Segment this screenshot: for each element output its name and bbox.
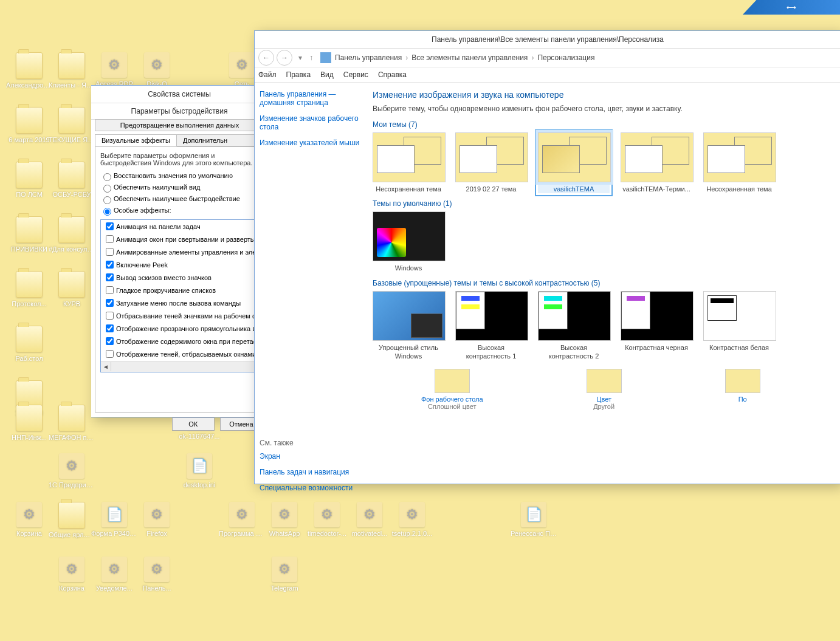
- effect-checkbox[interactable]: [106, 350, 114, 358]
- radio-restore-defaults[interactable]: Восстановить значения по умолчанию: [100, 171, 258, 181]
- theme-item[interactable]: Высокая контрастность 2: [538, 291, 610, 361]
- sidebar-taskbar[interactable]: Панель задач и навигация: [260, 468, 363, 476]
- bottom-setting[interactable]: ЦветДругой: [587, 369, 622, 410]
- menu-item[interactable]: Справка: [378, 70, 407, 79]
- effect-checkbox[interactable]: [106, 312, 114, 320]
- desktop-icon[interactable]: Протокол...: [6, 271, 52, 308]
- sidebar-accessibility[interactable]: Специальные возможности: [260, 484, 363, 492]
- nav-back-icon[interactable]: ←: [258, 50, 274, 66]
- visual-effects-list[interactable]: Анимация на панели задачАнимация окон пр…: [100, 219, 258, 372]
- effect-checkbox[interactable]: [106, 324, 114, 332]
- setting-hint: Другой: [587, 403, 622, 410]
- desktop-icon[interactable]: ⚙Корзина: [6, 502, 52, 538]
- nav-recent-icon[interactable]: ▾: [298, 53, 302, 62]
- tab-visual-effects[interactable]: Визуальные эффекты: [95, 134, 177, 146]
- desktop-icon[interactable]: ⚙motivatecl...: [346, 502, 393, 538]
- desktop-icon[interactable]: Александров Сергей: [6, 52, 52, 89]
- tab-advanced[interactable]: Дополнительн: [176, 134, 264, 146]
- theme-item[interactable]: Windows: [373, 211, 444, 272]
- setting-link[interactable]: По: [725, 396, 760, 403]
- effect-checkbox-row[interactable]: Отображение теней, отбрасываемых окнами: [101, 348, 258, 360]
- sidebar-desktop-icons[interactable]: Изменение значков рабочего стола: [260, 114, 363, 131]
- radio-best-performance[interactable]: Обеспечить наилучшее быстродействие: [100, 194, 258, 204]
- desktop-icon[interactable]: КУРВ: [49, 271, 95, 308]
- effect-checkbox-row[interactable]: Вывод эскизов вместо значков: [101, 271, 258, 284]
- scroll-left-icon[interactable]: ◄: [101, 362, 111, 371]
- theme-item[interactable]: vasilichTEMA-Терми...: [621, 132, 692, 193]
- bottom-setting[interactable]: Фон рабочего столаСплошной цвет: [421, 369, 483, 410]
- theme-item[interactable]: Контрастная черная: [621, 291, 692, 361]
- desktop-icon[interactable]: ⚙Уведомле...: [91, 557, 137, 592]
- effect-checkbox-row[interactable]: Отбрасывание теней значками на рабочем с…: [101, 309, 258, 322]
- desktop-icon[interactable]: ⚙Программа подготовк...: [219, 502, 265, 538]
- desktop-icon[interactable]: ⚙Telegram: [261, 557, 308, 592]
- tab-dep[interactable]: Предотвращение выполнения данных: [95, 119, 264, 131]
- effect-checkbox[interactable]: [106, 222, 114, 230]
- theme-item[interactable]: Несохраненная тема: [703, 132, 775, 193]
- theme-item[interactable]: Высокая контрастность 1: [455, 291, 527, 361]
- theme-item[interactable]: 2019 02 27 тема: [455, 132, 527, 193]
- theme-preview: [373, 291, 446, 341]
- menu-item[interactable]: Сервис: [343, 70, 368, 79]
- desktop-icon[interactable]: ТЕКУЩИЕ Ярлык: [49, 107, 95, 144]
- desktop-icon[interactable]: ⚙Firefox: [134, 502, 180, 538]
- effect-checkbox[interactable]: [106, 248, 114, 256]
- desktop-icon[interactable]: МЕГАФОН предложе...: [49, 405, 95, 442]
- ok-button[interactable]: ОК: [172, 417, 215, 431]
- effect-checkbox[interactable]: [106, 261, 114, 269]
- desktop-icon[interactable]: Общие ярлыки: [49, 502, 95, 539]
- effect-checkbox-row[interactable]: Анимация на панели задач: [101, 220, 258, 233]
- effect-checkbox[interactable]: [106, 299, 114, 307]
- menu-item[interactable]: Файл: [258, 70, 277, 79]
- theme-item[interactable]: vasilichTEMA: [538, 132, 610, 193]
- desktop-icon[interactable]: ⚙timedoctor-...: [304, 502, 350, 538]
- desktop-icon[interactable]: ПРИВИВКИ: [6, 216, 52, 253]
- sidebar-display[interactable]: Экран: [260, 452, 363, 461]
- desktop-icon[interactable]: ⚙Панель...: [134, 557, 180, 592]
- effect-checkbox[interactable]: [106, 286, 114, 294]
- effect-checkbox-row[interactable]: Гладкое прокручивание списков: [101, 284, 258, 297]
- effect-checkbox-row[interactable]: Отображение прозрачного прямоугольника в…: [101, 322, 258, 335]
- desktop-icon[interactable]: ⚙WhatsApp: [261, 502, 308, 538]
- desktop-icon[interactable]: 📄desktop.ini: [176, 453, 222, 489]
- menu-item[interactable]: Правка: [286, 70, 311, 79]
- setting-link[interactable]: Фон рабочего стола: [421, 396, 483, 403]
- effect-checkbox-row[interactable]: Включение Peek: [101, 258, 258, 271]
- desktop-icon[interactable]: 6 марта 2019: [6, 107, 52, 144]
- effect-checkbox[interactable]: [106, 273, 114, 281]
- effect-checkbox-row[interactable]: Затухание меню после вызова команды: [101, 297, 258, 309]
- desktop-icon[interactable]: 📄Ренессанс Претензия...: [511, 502, 557, 538]
- desktop-icon[interactable]: ПО ЛСМ: [6, 162, 52, 199]
- nav-forward-icon[interactable]: →: [277, 50, 292, 66]
- desktop-icon[interactable]: ОСБУ-РСБУ: [49, 162, 95, 199]
- sidebar-home[interactable]: Панель управления — домашняя страница: [260, 90, 363, 107]
- horizontal-scrollbar[interactable]: ◄: [101, 362, 258, 372]
- radio-best-appearance[interactable]: Обеспечить наилучший вид: [100, 183, 258, 193]
- menu-item[interactable]: Вид: [320, 70, 334, 79]
- desktop-icon[interactable]: ННП-Инж...: [6, 405, 52, 442]
- desktop-icon[interactable]: Клиенты - Ярлык: [49, 52, 95, 89]
- nav-up-icon[interactable]: ↑: [309, 53, 313, 62]
- bottom-setting[interactable]: По: [725, 369, 760, 410]
- desktop-icon[interactable]: ⚙1С Предприя...: [49, 453, 95, 489]
- breadcrumb[interactable]: Панель управления›Все элементы панели уп…: [335, 53, 594, 62]
- desktop-icon[interactable]: ⚙tsetup.2.1.0...: [389, 502, 435, 538]
- desktop-icon[interactable]: Раб.стол: [6, 326, 52, 363]
- effect-checkbox-row[interactable]: Анимированные элементы управления и элем…: [101, 245, 258, 258]
- theme-item[interactable]: Несохраненная тема: [373, 132, 444, 193]
- performance-options-window: Свойства системы Параметры быстродействи…: [91, 85, 268, 417]
- setting-link[interactable]: Цвет: [587, 396, 622, 403]
- effect-checkbox[interactable]: [106, 337, 114, 345]
- effect-checkbox-row[interactable]: Отображение содержимого окна при перетас…: [101, 335, 258, 348]
- desktop-icon[interactable]: ⚙Корзина: [49, 557, 95, 592]
- radio-custom[interactable]: Особые эффекты:: [100, 206, 258, 216]
- desktop-icon[interactable]: 📄Форма Р34001.pdf: [91, 502, 137, 538]
- desktop-icon[interactable]: ⚙Disk-O: [134, 52, 180, 88]
- desktop-icon[interactable]: #Для консульта...: [49, 216, 95, 253]
- theme-item[interactable]: Упрощенный стиль Windows: [373, 291, 444, 361]
- effect-checkbox-row[interactable]: Анимация окон при свертывании и разверты…: [101, 233, 258, 245]
- desktop-icon[interactable]: ⚙Access.RDP: [91, 52, 137, 88]
- effect-checkbox[interactable]: [106, 235, 114, 243]
- sidebar-mouse-pointers[interactable]: Изменение указателей мыши: [260, 139, 363, 147]
- theme-item[interactable]: Контрастная белая: [703, 291, 775, 361]
